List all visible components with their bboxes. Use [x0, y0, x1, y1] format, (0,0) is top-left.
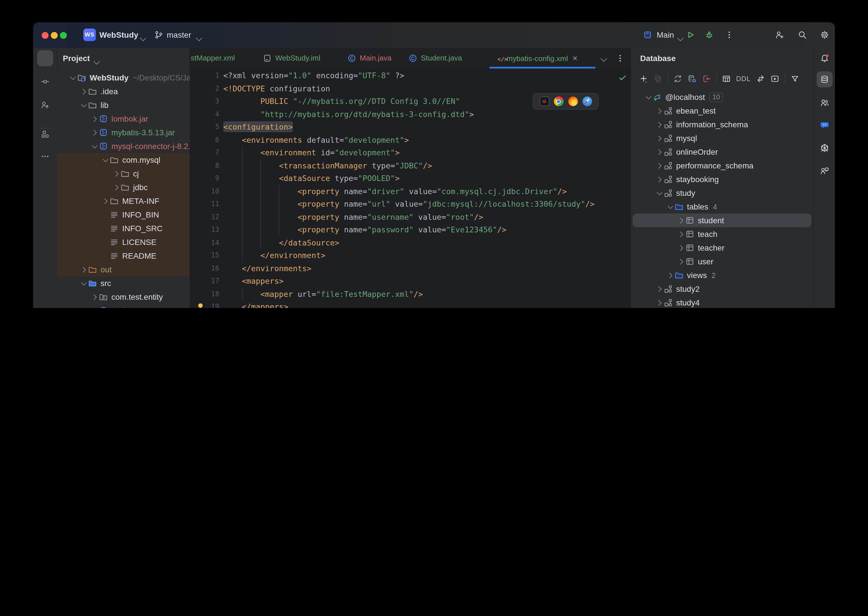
tree-item-jdbc[interactable]: jdbc	[57, 181, 190, 194]
chat-tool-button[interactable]	[817, 117, 833, 133]
chevron-right-icon[interactable]	[653, 136, 664, 140]
tree-item--localhost[interactable]: @localhost10	[631, 90, 813, 104]
zoom-window-button[interactable]	[60, 32, 67, 39]
tree-item-info-src[interactable]: INFO_SRC	[57, 222, 190, 235]
code-line-1[interactable]: <?xml version="1.0" encoding="UTF-8" ?>	[223, 69, 631, 82]
tree-item-mysql[interactable]: mysql	[631, 131, 813, 145]
table-data-button[interactable]	[722, 74, 731, 83]
tree-item-com-mysql[interactable]: com.mysql	[57, 153, 190, 167]
tree-item-tables[interactable]: tables4	[631, 200, 813, 214]
code-line-18[interactable]: <mapper url="file:TestMapper.xml"/>	[223, 288, 631, 300]
tree-item-webstudy[interactable]: WebStudy~/Desktop/CS/Jav	[57, 71, 190, 85]
chevron-down-icon[interactable]	[78, 103, 88, 107]
chevron-right-icon[interactable]	[110, 185, 121, 189]
tree-item-user[interactable]: user	[631, 255, 813, 268]
chevron-down-icon[interactable]	[88, 144, 99, 148]
code-line-7[interactable]: <environment id="development">	[223, 146, 631, 159]
code-line-12[interactable]: <property name="username" value="root"/>	[223, 211, 631, 223]
chevron-down-icon[interactable]	[664, 205, 675, 209]
search-everywhere-button[interactable]	[798, 30, 807, 39]
chevron-down-icon[interactable]	[99, 158, 110, 162]
chevron-right-icon[interactable]	[675, 259, 685, 264]
tree-item-study[interactable]: study	[631, 186, 813, 200]
tree-item-license[interactable]: LICENSE	[57, 235, 190, 249]
code-line-14[interactable]: </dataSource>	[223, 236, 631, 249]
tree-item-com-test-entity[interactable]: com.test.entity	[57, 290, 190, 304]
code-line-8[interactable]: <transactionManager type="JDBC"/>	[223, 159, 631, 172]
refresh-button[interactable]	[673, 74, 682, 83]
query-console-button[interactable]	[770, 74, 779, 83]
tree-item-lombok-jar[interactable]: lombok.jar	[57, 112, 190, 126]
chevron-right-icon[interactable]	[99, 199, 110, 203]
editor-tab-mybatis-config-xml[interactable]: </>mybatis-config.xml×	[497, 48, 578, 69]
tree-item-main[interactable]: CMain	[57, 304, 190, 308]
code-with-me-tool-button[interactable]	[817, 163, 833, 179]
chevron-right-icon[interactable]	[653, 123, 664, 126]
tree-item-mybatis-3-5-13-jar[interactable]: mybatis-3.5.13.jar	[57, 126, 190, 139]
safari-browser-icon[interactable]	[582, 96, 592, 106]
tree-item-teacher[interactable]: teacher	[631, 241, 813, 255]
tree-item-ebean-test[interactable]: ebean_test	[631, 104, 813, 118]
tree-item-teach[interactable]: teach	[631, 227, 813, 241]
close-tab-icon[interactable]: ×	[572, 53, 578, 63]
new-button[interactable]	[639, 74, 648, 83]
branch-selector[interactable]: master	[167, 22, 191, 48]
tree-item-views[interactable]: views2	[631, 268, 813, 282]
chevron-right-icon[interactable]	[653, 300, 664, 305]
more-tool-button[interactable]	[37, 148, 53, 164]
code-line-13[interactable]: <property name="password" value="Eve1234…	[223, 223, 631, 236]
chevron-right-icon[interactable]	[78, 90, 88, 93]
tree-item-meta-inf[interactable]: META-INF	[57, 194, 190, 208]
code-line-16[interactable]: </environments>	[223, 262, 631, 275]
editor-tab-student-java[interactable]: CStudent.java	[408, 48, 462, 69]
disconnect-button[interactable]	[702, 74, 711, 83]
chevron-right-icon[interactable]	[675, 218, 685, 222]
data-source-properties-button[interactable]	[687, 74, 697, 83]
code-line-15[interactable]: </environment>	[223, 249, 631, 262]
chevron-right-icon[interactable]	[653, 163, 664, 168]
tree-item-mysql-connector-j-8-2-0[interactable]: mysql-connector-j-8.2.0	[57, 139, 190, 153]
project-tool-button[interactable]	[37, 50, 53, 66]
chevron-right-icon[interactable]	[653, 177, 664, 181]
editor-tab-main-java[interactable]: CMain.java	[347, 48, 392, 69]
debug-button[interactable]	[704, 30, 714, 39]
structure-tool-button[interactable]	[37, 126, 53, 142]
commit-tool-button[interactable]	[37, 74, 53, 90]
tab-options-kebab-icon[interactable]	[616, 53, 625, 63]
tree-item-lib[interactable]: lib	[57, 98, 190, 112]
chevron-down-icon[interactable]	[67, 75, 77, 80]
chevron-down-icon[interactable]	[78, 281, 88, 285]
chevron-right-icon[interactable]	[653, 109, 664, 113]
project-selector[interactable]: WebStudy	[99, 22, 138, 48]
project-panel-title[interactable]: Project	[63, 48, 90, 69]
notifications-tool-button[interactable]	[817, 50, 833, 66]
tree-item-readme[interactable]: README	[57, 249, 190, 262]
editor-tab-stmapper-xml[interactable]: stMapper.xml	[191, 48, 235, 69]
openai-tool-button[interactable]	[817, 140, 833, 156]
tree-item-info-bin[interactable]: INFO_BIN	[57, 208, 190, 222]
more-actions-button[interactable]	[725, 30, 734, 39]
chevron-right-icon[interactable]	[88, 130, 99, 134]
chevron-right-icon[interactable]	[675, 232, 685, 236]
hidden-tabs-chevron-icon[interactable]	[601, 53, 610, 63]
code-line-19[interactable]: </mappers>	[223, 300, 631, 308]
collaboration-tool-button[interactable]	[817, 95, 833, 111]
run-button[interactable]	[686, 30, 695, 39]
tree-item-src[interactable]: src	[57, 276, 190, 290]
database-tool-button[interactable]	[817, 71, 833, 87]
chrome-browser-icon[interactable]	[554, 96, 563, 106]
tree-item-performance-schema[interactable]: performance_schema	[631, 159, 813, 173]
tree-item-study4[interactable]: study4	[631, 296, 813, 308]
code-line-10[interactable]: <property name="driver" value="com.mysql…	[223, 185, 631, 198]
chevron-right-icon[interactable]	[664, 273, 675, 277]
tree-item-onlineorder[interactable]: onlineOrder	[631, 145, 813, 159]
filter-button[interactable]	[790, 74, 799, 83]
chevron-down-icon[interactable]	[642, 95, 653, 99]
tree-item-cj[interactable]: cj	[57, 167, 190, 181]
tree-item--idea[interactable]: .idea	[57, 85, 190, 98]
inspection-ok-icon[interactable]	[618, 73, 627, 82]
chevron-down-icon[interactable]	[653, 191, 664, 195]
code-line-11[interactable]: <property name="url" value="jdbc:mysql:/…	[223, 198, 631, 211]
code-editor[interactable]: 1234567891011121314151617181920 <?xml ve…	[190, 69, 631, 308]
add-user-button[interactable]	[775, 30, 784, 39]
